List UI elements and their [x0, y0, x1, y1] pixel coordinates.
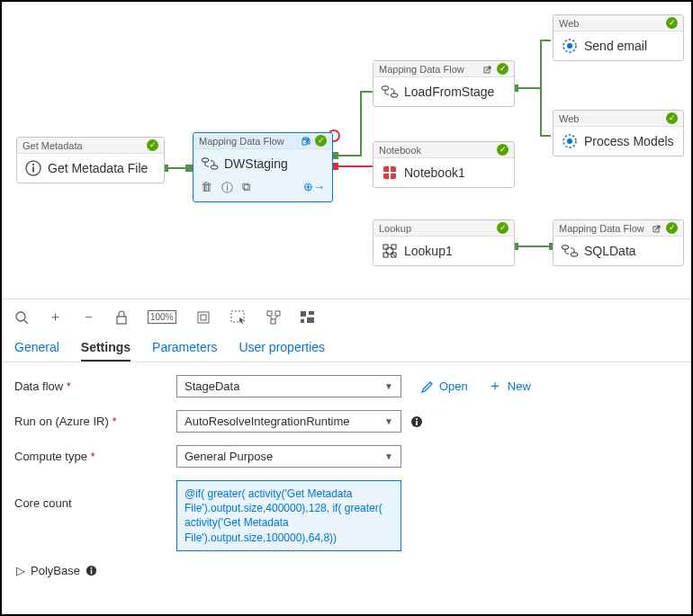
svg-rect-27 — [198, 312, 209, 323]
activity-dw-staging[interactable]: Mapping Data Flow ✓ DWStaging 🗑 ⓘ ⧉ ⊕→ — [193, 132, 333, 202]
zoom-out-icon[interactable]: － — [82, 308, 95, 326]
dataflow-label: Data flow * — [14, 379, 176, 393]
svg-rect-41 — [416, 421, 418, 425]
svg-point-24 — [16, 312, 25, 321]
svg-rect-10 — [389, 166, 391, 179]
svg-rect-38 — [307, 317, 314, 323]
activity-title: Send email — [584, 39, 647, 53]
web-icon — [561, 132, 579, 150]
compute-type-select[interactable]: General Purpose▼ — [176, 445, 401, 468]
pipeline-canvas[interactable]: Get Metadata ✓ Get Metadata File Mapping… — [2, 2, 691, 299]
info-icon[interactable] — [86, 565, 97, 576]
status-success-icon: ✓ — [666, 112, 678, 124]
activity-get-metadata[interactable]: Get Metadata ✓ Get Metadata File — [16, 137, 165, 183]
svg-point-1 — [32, 164, 34, 165]
info2-icon[interactable]: ⓘ — [221, 180, 233, 196]
activity-lookup[interactable]: Lookup ✓ Lookup1 — [373, 219, 515, 266]
activity-send-email[interactable]: Web ✓ Send email — [553, 14, 684, 61]
copy-icon[interactable]: ⧉ — [242, 180, 250, 196]
activity-type-label: Get Metadata — [22, 140, 83, 151]
svg-point-23 — [571, 253, 578, 256]
activity-type-label: Mapping Data Flow — [379, 64, 464, 75]
info-icon[interactable] — [410, 415, 423, 428]
svg-line-34 — [274, 316, 278, 319]
lookup-icon — [381, 242, 399, 260]
compute-type-label: Compute type * — [14, 450, 176, 463]
tab-general[interactable]: General — [14, 335, 59, 362]
open-external-icon[interactable] — [301, 136, 311, 147]
svg-rect-36 — [309, 311, 314, 315]
open-dataflow-button[interactable]: Open — [421, 379, 468, 393]
svg-point-3 — [202, 158, 209, 162]
svg-point-22 — [562, 246, 569, 249]
svg-rect-26 — [117, 317, 126, 324]
activity-type-label: Lookup — [379, 223, 411, 234]
activity-title: LoadFromStage — [404, 85, 494, 99]
add-dependency-icon[interactable]: ⊕→ — [303, 180, 325, 196]
svg-point-7 — [391, 94, 398, 97]
activity-title: Notebook1 — [404, 165, 465, 180]
activity-notebook[interactable]: Notebook ✓ Notebook1 — [373, 141, 515, 188]
svg-point-18 — [567, 43, 572, 49]
activity-type-label: Mapping Data Flow — [559, 223, 644, 234]
activity-type-label: Notebook — [379, 145, 421, 156]
status-success-icon: ✓ — [497, 63, 508, 75]
lock-icon[interactable] — [115, 310, 128, 325]
tab-user-properties[interactable]: User properties — [238, 335, 325, 362]
svg-point-6 — [382, 86, 389, 90]
info-icon — [24, 159, 42, 177]
status-success-icon: ✓ — [315, 135, 327, 147]
svg-line-25 — [24, 320, 28, 324]
status-success-icon: ✓ — [497, 222, 508, 234]
activity-sql-data[interactable]: Mapping Data Flow ✓ SQLData — [553, 219, 684, 266]
svg-point-40 — [416, 418, 418, 420]
select-region-icon[interactable] — [230, 310, 247, 325]
activity-title: Lookup1 — [404, 244, 453, 258]
svg-rect-44 — [91, 569, 92, 574]
properties-tabs: General Settings Parameters User propert… — [2, 335, 691, 362]
svg-rect-2 — [32, 167, 34, 173]
dataflow-icon — [561, 242, 579, 260]
activity-process-models[interactable]: Web ✓ Process Models — [553, 110, 684, 156]
status-success-icon: ✓ — [666, 17, 678, 29]
integration-runtime-select[interactable]: AutoResolveIntegrationRuntime▼ — [176, 410, 401, 433]
web-icon — [561, 37, 579, 55]
layout-icon[interactable] — [301, 311, 315, 324]
status-success-icon: ✓ — [666, 222, 678, 234]
open-external-icon[interactable] — [482, 64, 493, 75]
svg-point-4 — [211, 165, 218, 169]
new-dataflow-button[interactable]: ＋New — [488, 377, 531, 396]
open-external-icon[interactable] — [652, 223, 662, 234]
canvas-toolbar: ＋ － 100% — [2, 299, 691, 335]
activity-title: Process Models — [584, 134, 674, 148]
svg-rect-28 — [201, 315, 206, 320]
dataflow-select[interactable]: StageData▼ — [176, 375, 401, 397]
search-icon[interactable] — [14, 310, 29, 325]
tab-settings[interactable]: Settings — [81, 335, 130, 362]
auto-align-icon[interactable] — [266, 310, 281, 325]
core-count-expression[interactable]: @if( greater( activity('Get Metadata Fil… — [176, 480, 401, 551]
activity-type-label: Mapping Data Flow — [199, 136, 284, 147]
fit-screen-icon[interactable] — [196, 310, 211, 325]
activity-title: Get Metadata File — [48, 161, 148, 175]
svg-rect-31 — [275, 311, 280, 316]
activity-load-from-stage[interactable]: Mapping Data Flow ✓ LoadFromStage — [373, 60, 515, 107]
dataflow-icon — [201, 155, 219, 173]
svg-rect-37 — [301, 319, 304, 323]
svg-rect-32 — [271, 319, 275, 324]
svg-rect-35 — [301, 311, 306, 317]
svg-line-16 — [392, 254, 395, 256]
activity-type-label: Web — [559, 18, 579, 29]
tab-parameters[interactable]: Parameters — [152, 335, 217, 362]
zoom-in-icon[interactable]: ＋ — [49, 308, 62, 326]
delete-icon[interactable]: 🗑 — [201, 180, 212, 196]
svg-point-43 — [90, 567, 92, 569]
svg-line-33 — [269, 316, 273, 319]
zoom-100-icon[interactable]: 100% — [148, 310, 176, 324]
svg-point-20 — [567, 138, 572, 144]
activity-title: SQLData — [584, 244, 636, 258]
svg-point-15 — [386, 247, 393, 254]
dataflow-icon — [381, 83, 399, 101]
notebook-icon — [381, 164, 399, 182]
expand-icon[interactable]: ▷ — [16, 564, 25, 577]
